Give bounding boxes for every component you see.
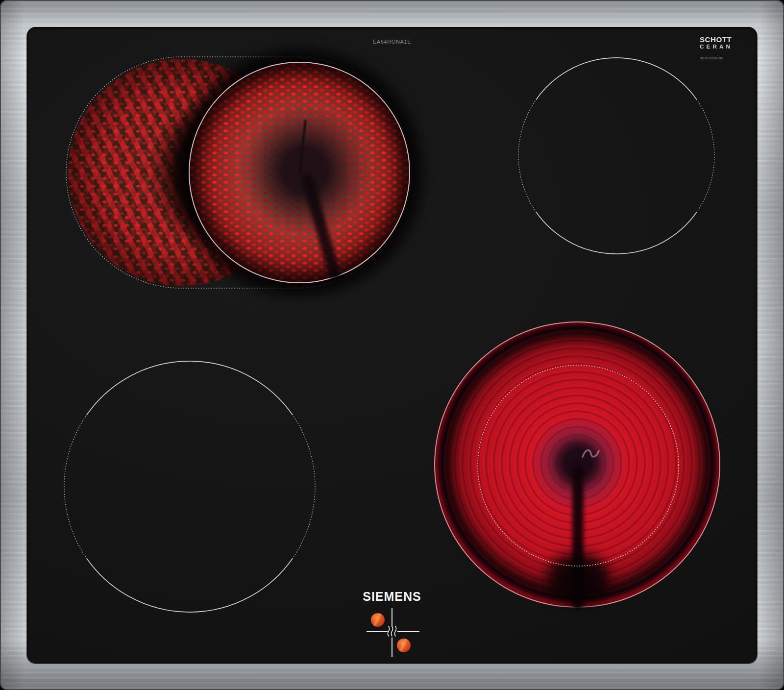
zone-front-right-dual-circuit [434, 321, 720, 608]
residual-heat-dot [371, 613, 385, 627]
residual-heat-indicator [362, 605, 422, 660]
indicator-line-bottom [392, 638, 392, 657]
residual-heat-dot [397, 639, 411, 652]
model-label: EA64RGNA1E [27, 39, 757, 45]
zone-back-right-outline [514, 53, 719, 259]
cooktop-product-photo: EA64RGNA1E SCHOTT CERAN 9001609080 [0, 0, 784, 690]
siemens-logo: SIEMENS [27, 590, 757, 604]
zone-back-left-main-circle [189, 62, 410, 283]
steam-icon [387, 625, 397, 638]
indicator-line-top [392, 608, 392, 627]
zone-front-left-outline [59, 356, 320, 617]
heater-sensor-needle [298, 120, 307, 174]
heater-sensor-stem [300, 172, 342, 282]
schott-logo-line: SCHOTT [700, 36, 757, 44]
inner-circuit-dotted-outline [435, 322, 721, 609]
ceran-logo-line: CERAN [700, 44, 757, 49]
indicator-line-left [367, 631, 388, 632]
indicator-line-right [397, 631, 419, 632]
ceramic-glass-surface: EA64RGNA1E SCHOTT CERAN 9001609080 [27, 27, 757, 663]
